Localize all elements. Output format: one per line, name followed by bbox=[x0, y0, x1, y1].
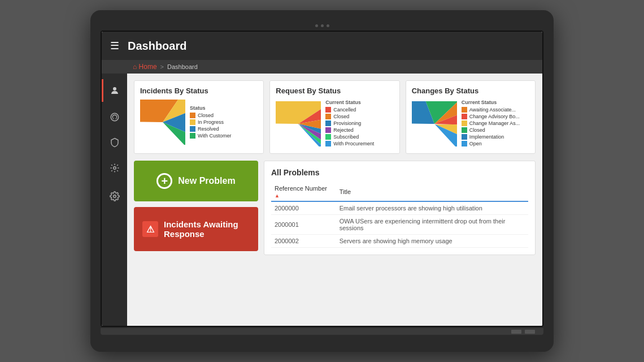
svg-point-0 bbox=[113, 87, 116, 90]
col-title: Title bbox=[336, 183, 528, 201]
svg-point-2 bbox=[113, 167, 116, 170]
laptop-bottom-bar bbox=[101, 328, 543, 335]
breadcrumb: ⌂ Home > Dashboard bbox=[102, 60, 542, 74]
legend-item: Open bbox=[462, 141, 520, 146]
problems-table: Reference Number ▲ Title 2000000 Email s… bbox=[271, 183, 528, 248]
cell-ref: 2000002 bbox=[271, 235, 336, 248]
request-pie bbox=[276, 101, 321, 146]
svg-point-7 bbox=[140, 100, 185, 145]
table-header-row: Reference Number ▲ Title bbox=[271, 183, 528, 201]
request-legend: Current Status Cancelled Closed Provisio… bbox=[325, 100, 374, 148]
sidebar-item-settings2[interactable] bbox=[102, 157, 127, 179]
breadcrumb-current: Dashboard bbox=[167, 63, 198, 70]
page-title: Dashboard bbox=[128, 40, 186, 53]
changes-chart-title: Changes By Status bbox=[412, 87, 529, 95]
legend-item: Awaiting Associate... bbox=[462, 107, 520, 113]
legend-item: In Progress bbox=[190, 119, 232, 125]
incidents-chart-title: Incidents By Status bbox=[140, 87, 258, 95]
changes-pie bbox=[412, 101, 457, 146]
dot-1 bbox=[315, 24, 318, 27]
sidebar-item-shield[interactable] bbox=[102, 131, 127, 154]
sort-icon[interactable]: ▲ bbox=[275, 193, 280, 199]
legend-item: Closed bbox=[325, 114, 374, 119]
cell-ref: 2000000 bbox=[271, 201, 336, 215]
table-row: 2000002 Servers are showing high memory … bbox=[271, 235, 528, 248]
main-content: Incidents By Status bbox=[127, 74, 542, 326]
cell-title: OWA USers are experiencing intermittent … bbox=[336, 215, 528, 235]
legend-item: Cancelled bbox=[325, 107, 374, 113]
svg-point-14 bbox=[276, 101, 321, 146]
svg-point-1 bbox=[111, 113, 119, 121]
legend-item: Change Manager As... bbox=[462, 120, 520, 126]
sidebar bbox=[102, 74, 127, 326]
legend-item: Implementation bbox=[462, 134, 520, 140]
problems-table-title: All Problems bbox=[271, 168, 528, 177]
incidents-awaiting-button[interactable]: ⚠ Incidents Awaiting Response bbox=[134, 207, 258, 251]
dot-3 bbox=[327, 24, 329, 27]
bottom-button-2 bbox=[525, 330, 535, 334]
laptop-frame: ☰ Dashboard ⌂ Home > Dashboard bbox=[90, 10, 554, 352]
sidebar-item-support[interactable] bbox=[102, 106, 127, 128]
sidebar-item-settings[interactable] bbox=[102, 185, 127, 208]
app-container: ☰ Dashboard ⌂ Home > Dashboard bbox=[102, 32, 542, 326]
changes-legend: Current Status Awaiting Associate... Cha… bbox=[462, 100, 520, 148]
table-row: 2000001 OWA USers are experiencing inter… bbox=[271, 215, 528, 235]
cell-ref: 2000001 bbox=[271, 215, 336, 235]
main-layout: Incidents By Status bbox=[102, 74, 542, 326]
left-buttons: + New Problem ⚠ Incidents Awaiting Respo… bbox=[134, 161, 258, 255]
legend-item: Change Advisory Bo... bbox=[462, 114, 520, 119]
incidents-chart-inner: Status Closed In Progress Resolved With … bbox=[140, 100, 258, 145]
legend-item: Rejected bbox=[325, 127, 374, 133]
warning-icon: ⚠ bbox=[142, 221, 158, 237]
table-row: 2000000 Email server processors are show… bbox=[271, 201, 528, 215]
legend-item: Closed bbox=[462, 127, 520, 133]
bottom-button-1 bbox=[511, 330, 521, 334]
legend-item: Closed bbox=[190, 113, 232, 118]
bottom-row: + New Problem ⚠ Incidents Awaiting Respo… bbox=[134, 161, 536, 255]
plus-icon: + bbox=[156, 173, 172, 189]
cell-title: Servers are showing high memory usage bbox=[336, 235, 528, 248]
problems-card: All Problems Reference Number ▲ Title bbox=[264, 161, 536, 255]
charts-row: Incidents By Status bbox=[134, 80, 536, 154]
legend-item: Provisioning bbox=[325, 120, 374, 126]
hamburger-button[interactable]: ☰ bbox=[110, 41, 119, 51]
breadcrumb-separator: > bbox=[160, 63, 164, 70]
svg-point-3 bbox=[113, 195, 116, 198]
changes-by-status-card: Changes By Status bbox=[406, 80, 536, 154]
incidents-by-status-card: Incidents By Status bbox=[134, 80, 264, 154]
sidebar-item-user[interactable] bbox=[102, 79, 127, 102]
cell-title: Email server processors are showing high… bbox=[336, 201, 528, 215]
incidents-pie bbox=[140, 100, 185, 145]
new-problem-button[interactable]: + New Problem bbox=[134, 161, 258, 201]
legend-item: Subscribed bbox=[325, 134, 374, 140]
request-chart-title: Request By Status bbox=[276, 87, 393, 95]
new-problem-label: New Problem bbox=[178, 176, 235, 186]
legend-item: With Customer bbox=[190, 133, 232, 139]
laptop-top-bar bbox=[101, 20, 543, 31]
incidents-legend: Status Closed In Progress Resolved With … bbox=[190, 105, 232, 140]
legend-item: Resolved bbox=[190, 126, 232, 132]
svg-point-20 bbox=[412, 101, 457, 146]
dot-2 bbox=[321, 24, 324, 27]
laptop-screen: ☰ Dashboard ⌂ Home > Dashboard bbox=[101, 31, 543, 327]
request-by-status-card: Request By Status bbox=[269, 80, 399, 154]
legend-item: With Procurement bbox=[325, 141, 374, 146]
request-chart-inner: Current Status Cancelled Closed Provisio… bbox=[276, 100, 393, 148]
app-header: ☰ Dashboard bbox=[102, 32, 542, 60]
home-icon[interactable]: ⌂ Home bbox=[133, 63, 157, 71]
col-reference: Reference Number ▲ bbox=[271, 183, 336, 201]
incidents-awaiting-label: Incidents Awaiting Response bbox=[164, 219, 250, 239]
changes-chart-inner: Current Status Awaiting Associate... Cha… bbox=[412, 100, 529, 148]
